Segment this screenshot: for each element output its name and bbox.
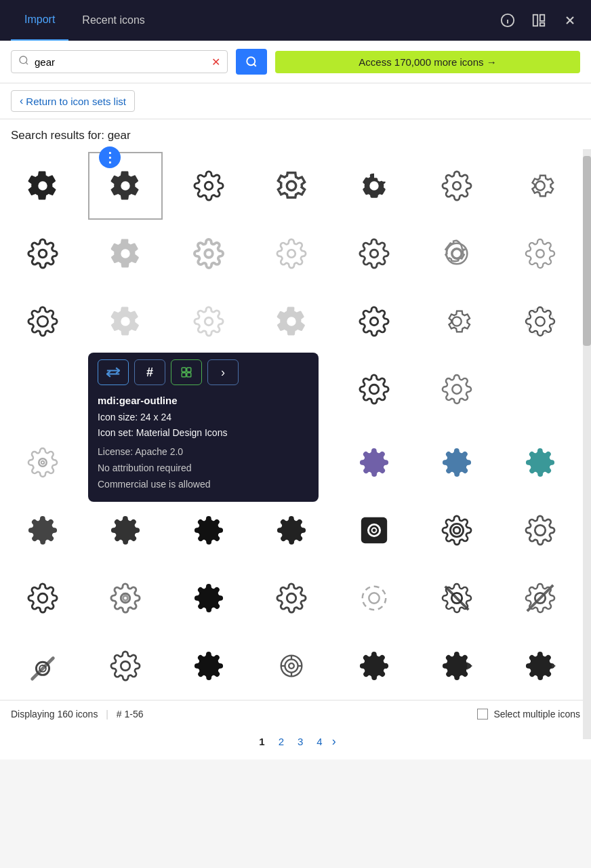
svg-point-16	[39, 250, 47, 258]
clear-icon[interactable]: ✕	[211, 56, 220, 68]
tab-recent[interactable]: Recent icons	[68, 0, 159, 41]
svg-line-63	[445, 587, 469, 610]
page-next[interactable]: ›	[332, 734, 336, 749]
footer-range: # 1-56	[117, 709, 144, 719]
icon-cell[interactable]	[337, 152, 411, 220]
context-menu-button[interactable]: ⋮	[99, 146, 121, 168]
icon-cell[interactable]	[503, 564, 577, 632]
icon-cell[interactable]	[337, 632, 411, 700]
tooltip-diamond-button[interactable]	[171, 359, 202, 385]
close-icon[interactable]	[560, 10, 580, 31]
icon-cell[interactable]	[337, 564, 411, 632]
layout-icon[interactable]	[529, 10, 549, 31]
icon-cell[interactable]	[5, 429, 80, 496]
icon-cell[interactable]	[254, 288, 329, 355]
icon-cell[interactable]	[5, 632, 80, 700]
svg-point-8	[20, 56, 27, 64]
icon-cell[interactable]	[420, 152, 494, 220]
page-3[interactable]: 3	[293, 734, 307, 749]
icon-cell[interactable]	[420, 288, 494, 355]
icon-cell[interactable]	[254, 564, 329, 632]
svg-point-34	[41, 461, 45, 465]
icon-cell[interactable]	[420, 496, 494, 564]
svg-point-56	[535, 525, 545, 535]
icon-cell[interactable]	[88, 288, 163, 355]
access-banner[interactable]: Access 170,000 more icons →	[275, 51, 580, 73]
back-button[interactable]: ‹ Return to icon sets list	[11, 90, 135, 112]
tooltip-swap-button[interactable]	[98, 359, 129, 385]
search-button[interactable]	[236, 49, 267, 75]
svg-point-18	[287, 250, 296, 258]
icon-cell[interactable]	[5, 288, 80, 355]
svg-rect-32	[187, 373, 191, 377]
footer: Displaying 160 icons | # 1-56 Select mul…	[0, 700, 591, 728]
icon-cell[interactable]	[254, 152, 329, 220]
icon-cell[interactable]	[337, 220, 411, 288]
tooltip-icon-size: Icon size: 24 x 24	[98, 410, 309, 426]
icon-cell[interactable]	[5, 564, 80, 632]
svg-marker-83	[468, 662, 473, 670]
tooltip-icon-set: Icon set: Material Design Icons	[98, 425, 309, 441]
tooltip-icon-id: mdi:gear-outline	[98, 392, 309, 410]
icon-cell[interactable]	[337, 429, 411, 496]
search-input[interactable]	[35, 56, 207, 68]
icon-cell[interactable]	[254, 220, 329, 288]
icon-cell[interactable]	[254, 632, 329, 700]
icon-cell[interactable]	[337, 355, 411, 423]
page-4[interactable]: 4	[312, 734, 326, 749]
svg-point-28	[453, 384, 462, 393]
icon-cell[interactable]	[337, 496, 411, 564]
page-1[interactable]: 1	[255, 734, 268, 749]
icon-cell[interactable]	[171, 152, 246, 220]
svg-point-70	[121, 661, 130, 670]
icon-cell[interactable]	[5, 152, 80, 220]
icon-cell[interactable]	[88, 564, 163, 632]
icon-cell[interactable]	[5, 496, 80, 564]
icon-cell[interactable]	[88, 632, 163, 700]
header-icons	[497, 10, 580, 31]
icon-cell[interactable]	[503, 152, 577, 220]
svg-point-27	[369, 384, 378, 393]
tooltip-box: # › mdi:gear-outline Icon size: 24 x 24 …	[88, 353, 319, 502]
icon-cell[interactable]	[503, 220, 577, 288]
icon-cell[interactable]	[420, 355, 494, 423]
info-icon[interactable]	[497, 10, 518, 31]
icon-cell[interactable]	[420, 429, 494, 496]
page-2[interactable]: 2	[274, 734, 288, 749]
scroll-thumb[interactable]	[583, 156, 591, 346]
icon-cell[interactable]	[503, 288, 577, 355]
svg-point-14	[453, 182, 462, 190]
icon-cell[interactable]	[5, 220, 80, 288]
icon-cell[interactable]	[420, 220, 494, 288]
icon-cell[interactable]	[88, 220, 163, 288]
icon-cell-selected[interactable]: ⋮	[88, 152, 163, 220]
icon-cell[interactable]	[171, 496, 246, 564]
header-tabs: Import Recent icons	[11, 0, 159, 41]
svg-point-17	[205, 250, 213, 258]
icon-cell[interactable]	[420, 564, 494, 632]
icon-cell[interactable]	[254, 496, 329, 564]
icon-cell[interactable]	[503, 429, 577, 496]
icon-cell[interactable]	[171, 220, 246, 288]
svg-rect-5	[540, 23, 544, 26]
icon-cell[interactable]	[503, 496, 577, 564]
icon-cell[interactable]	[171, 632, 246, 700]
tab-import[interactable]: Import	[11, 0, 68, 41]
tooltip-next-button[interactable]: ›	[207, 359, 239, 385]
tooltip-license: License: Apache 2.0 No attribution requi…	[98, 444, 309, 492]
icon-cell[interactable]	[503, 632, 577, 700]
select-multiple-checkbox[interactable]	[477, 709, 488, 719]
svg-point-13	[287, 181, 296, 190]
svg-point-62	[369, 593, 379, 603]
svg-point-25	[453, 317, 462, 326]
icon-cell[interactable]	[5, 355, 80, 423]
icon-cell[interactable]	[337, 288, 411, 355]
svg-line-9	[26, 62, 28, 64]
tooltip-info: mdi:gear-outline Icon size: 24 x 24 Icon…	[98, 392, 309, 492]
icon-cell[interactable]	[88, 496, 163, 564]
svg-point-33	[39, 458, 47, 467]
icon-cell[interactable]	[171, 288, 246, 355]
icon-cell[interactable]	[420, 632, 494, 700]
tooltip-hash-button[interactable]: #	[134, 359, 165, 385]
icon-cell[interactable]	[171, 564, 246, 632]
